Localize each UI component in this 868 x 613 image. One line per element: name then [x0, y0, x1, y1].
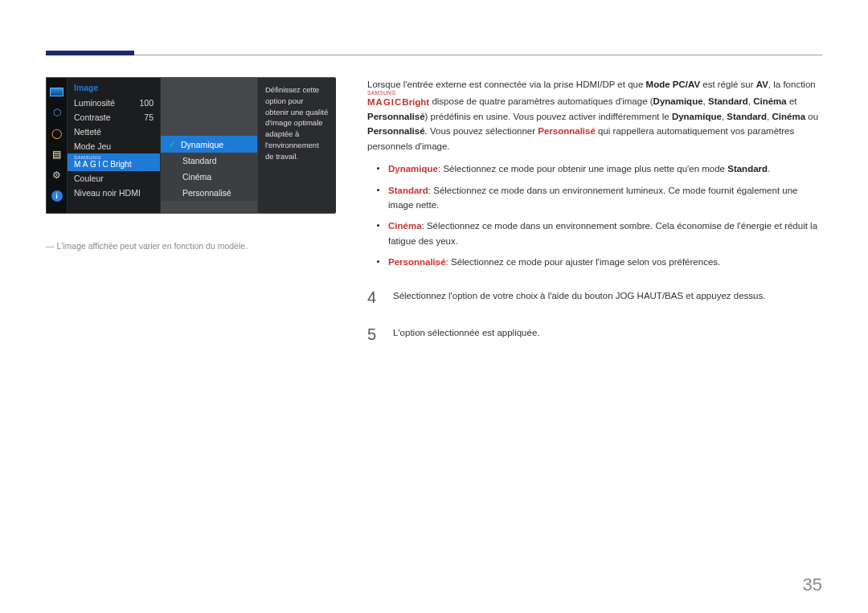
magic-bright-inline: SAMSUNGMAGICBright	[367, 92, 429, 109]
osd-tip: Définissez cette option pour obtenir une…	[257, 78, 336, 213]
bars-icon: ▤	[50, 149, 64, 160]
osd-sub-row: Standard	[161, 153, 257, 169]
header-accent	[46, 51, 134, 55]
magic-bright-label: SAMSUNG MAGICBright	[74, 156, 131, 169]
monitor-icon	[50, 86, 64, 97]
osd-submenu: ✓Dynamique Standard Cinéma Personnalisé	[161, 78, 257, 213]
osd-menu-row: Niveau noir HDMI	[68, 186, 160, 200]
osd-menu-row: Luminosité100	[68, 96, 160, 110]
gear-icon: ⚙	[50, 170, 64, 181]
osd-sidebar: ⬡ ◯ ▤ ⚙ i	[47, 78, 68, 213]
header-rule	[46, 55, 822, 55]
osd-sub-row: Cinéma	[161, 169, 257, 185]
info-icon: i	[51, 190, 63, 202]
mode-list: Dynamique: Sélectionnez ce mode pour obt…	[367, 158, 822, 272]
osd-menu-row: Mode Jeu	[68, 139, 160, 153]
osd-sub-row-selected: ✓Dynamique	[161, 136, 257, 153]
osd-screenshot: ⬡ ◯ ▤ ⚙ i Image Luminosité100 Contraste7…	[46, 77, 335, 214]
osd-menu-row: Contraste75	[68, 110, 160, 125]
list-item: Dynamique: Sélectionnez ce mode pour obt…	[367, 158, 822, 179]
osd-sub-row: Personnalisé	[161, 185, 257, 201]
hexagon-icon: ⬡	[50, 107, 64, 118]
osd-menu-row-active: SAMSUNG MAGICBright	[68, 153, 160, 171]
instruction-text: Lorsque l'entrée externe est connectée v…	[367, 77, 822, 573]
check-icon: ✓	[169, 139, 176, 149]
caption: L'image affichée peut varier en fonction…	[46, 241, 337, 251]
ring-icon: ◯	[50, 128, 64, 139]
page-number: 35	[803, 574, 822, 595]
step-5: 5 L'option sélectionnée est appliquée.	[367, 321, 822, 347]
osd-menu-title: Image	[68, 78, 160, 96]
list-item: Cinéma: Sélectionnez ce mode dans un env…	[367, 215, 822, 251]
osd-menu-row: Netteté	[68, 125, 160, 139]
step-4: 4 Sélectionnez l'option de votre choix à…	[367, 284, 822, 310]
list-item: Standard: Sélectionnez ce mode dans un e…	[367, 180, 822, 216]
osd-menu-row: Couleur	[68, 171, 160, 186]
list-item: Personnalisé: Sélectionnez ce mode pour …	[367, 251, 822, 272]
osd-menu: Image Luminosité100 Contraste75 Netteté …	[68, 78, 161, 213]
